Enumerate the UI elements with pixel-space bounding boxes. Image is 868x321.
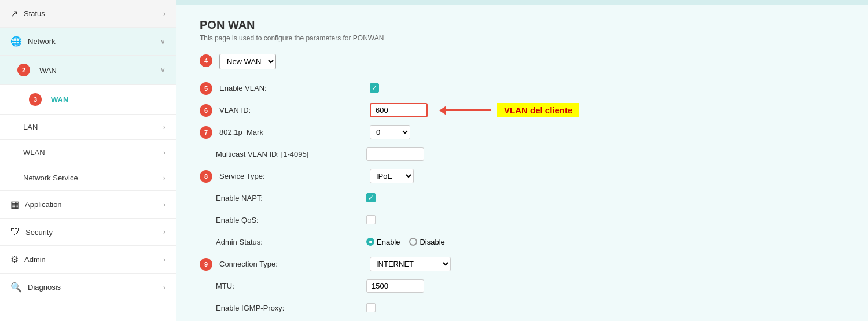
- step8-badge: 8: [200, 170, 212, 183]
- sidebar-item-lan[interactable]: LAN ›: [0, 115, 176, 140]
- vlan-annotation-label: VLAN del cliente: [497, 103, 579, 117]
- sidebar-label-security: Security: [25, 228, 53, 237]
- chevron-status: ›: [163, 10, 165, 18]
- admin-icon: ⚙: [10, 254, 19, 265]
- chevron-diagnosis: ›: [163, 283, 165, 292]
- service-type-label: Service Type:: [219, 172, 370, 180]
- sidebar-item-wan-parent[interactable]: 2 WAN ∨: [0, 56, 176, 85]
- admin-disable-radio[interactable]: Disable: [409, 238, 444, 246]
- enable-vlan-label: Enable VLAN:: [219, 84, 370, 93]
- badge-2: 2: [17, 64, 30, 76]
- main-content: PON WAN This page is used to configure t…: [176, 0, 868, 321]
- sidebar-item-network-service[interactable]: Network Service ›: [0, 165, 176, 191]
- top-bar: [176, 0, 868, 5]
- sidebar: ↗ Status › 🌐 Network ∨ 2 WAN ∨ 3 WAN LAN…: [0, 0, 176, 321]
- admin-enable-dot[interactable]: [366, 238, 374, 246]
- page-subtitle: This page is used to configure the param…: [200, 34, 845, 42]
- service-type-select[interactable]: IPoE PPPoE Bridge: [370, 169, 414, 183]
- connection-type-select[interactable]: INTERNET TR069 VOIP OTHER: [370, 257, 451, 271]
- admin-enable-radio[interactable]: Enable: [366, 238, 400, 246]
- vlan-id-input[interactable]: [370, 103, 428, 117]
- admin-disable-label: Disable: [420, 238, 444, 246]
- enable-igmp-label: Enable IGMP-Proxy:: [216, 304, 366, 312]
- dot1p-label: 802.1p_Mark: [219, 128, 370, 136]
- sidebar-label-admin: Admin: [24, 255, 46, 264]
- status-icon: ↗: [10, 8, 18, 19]
- network-icon: 🌐: [10, 36, 22, 47]
- chevron-wan-parent: ∨: [160, 66, 165, 74]
- application-icon: ▦: [10, 199, 19, 210]
- admin-status-radio-group: Enable Disable: [366, 238, 445, 246]
- sidebar-item-security[interactable]: 🛡 Security ›: [0, 219, 176, 246]
- mtu-label: MTU:: [216, 282, 366, 290]
- enable-napt-label: Enable NAPT:: [216, 194, 366, 202]
- sidebar-item-admin[interactable]: ⚙ Admin ›: [0, 246, 176, 274]
- multicast-vlan-input[interactable]: [366, 147, 424, 161]
- wan-dropdown[interactable]: New WAN: [219, 54, 276, 69]
- admin-status-label: Admin Status:: [216, 238, 366, 246]
- enable-vlan-checkbox[interactable]: [370, 83, 379, 93]
- sidebar-item-wan[interactable]: 3 WAN: [0, 85, 176, 115]
- sidebar-item-network[interactable]: 🌐 Network ∨: [0, 28, 176, 56]
- enable-napt-checkbox[interactable]: [366, 193, 376, 202]
- chevron-application: ›: [163, 201, 165, 209]
- chevron-lan: ›: [163, 123, 165, 131]
- chevron-admin: ›: [163, 256, 165, 264]
- sidebar-item-wlan[interactable]: WLAN ›: [0, 140, 176, 165]
- page-title: PON WAN: [200, 19, 845, 32]
- admin-enable-label: Enable: [377, 238, 400, 246]
- sidebar-label-wan: WAN: [51, 95, 68, 104]
- enable-qos-label: Enable QoS:: [216, 216, 366, 224]
- dot1p-select[interactable]: 0 1 2 3 4 5 6 7: [370, 125, 410, 139]
- multicast-vlan-label: Multicast VLAN ID: [1-4095]: [216, 150, 366, 158]
- vlan-arrow: VLAN del cliente: [439, 103, 579, 117]
- step7-badge: 7: [200, 126, 212, 139]
- chevron-wlan: ›: [163, 149, 165, 157]
- sidebar-item-application[interactable]: ▦ Application ›: [0, 191, 176, 219]
- sidebar-label-network: Network: [28, 37, 56, 46]
- sidebar-label-application: Application: [25, 200, 62, 209]
- connection-type-label: Connection Type:: [219, 260, 370, 268]
- badge-3: 3: [29, 93, 42, 106]
- step4-badge: 4: [200, 54, 212, 67]
- sidebar-label-wlan: WLAN: [23, 148, 45, 157]
- diagnosis-icon: 🔍: [10, 282, 22, 293]
- step5-badge: 5: [200, 82, 212, 95]
- chevron-network: ∨: [160, 38, 165, 46]
- vlan-id-label: VLAN ID:: [219, 106, 370, 115]
- sidebar-label-wan-parent: WAN: [39, 66, 57, 75]
- admin-disable-dot[interactable]: [409, 238, 417, 246]
- mtu-input[interactable]: [366, 279, 424, 293]
- security-icon: 🛡: [10, 227, 20, 237]
- enable-qos-checkbox[interactable]: [366, 215, 376, 224]
- step9-badge: 9: [200, 258, 212, 271]
- chevron-network-service: ›: [163, 174, 165, 182]
- sidebar-item-diagnosis[interactable]: 🔍 Diagnosis ›: [0, 274, 176, 301]
- step6-badge: 6: [200, 104, 212, 117]
- sidebar-label-network-service: Network Service: [23, 174, 78, 182]
- sidebar-label-status: Status: [24, 9, 45, 18]
- sidebar-item-status[interactable]: ↗ Status ›: [0, 0, 176, 28]
- enable-igmp-checkbox[interactable]: [366, 303, 376, 312]
- sidebar-label-diagnosis: Diagnosis: [28, 283, 61, 292]
- sidebar-label-lan: LAN: [23, 123, 38, 131]
- chevron-security: ›: [163, 228, 165, 236]
